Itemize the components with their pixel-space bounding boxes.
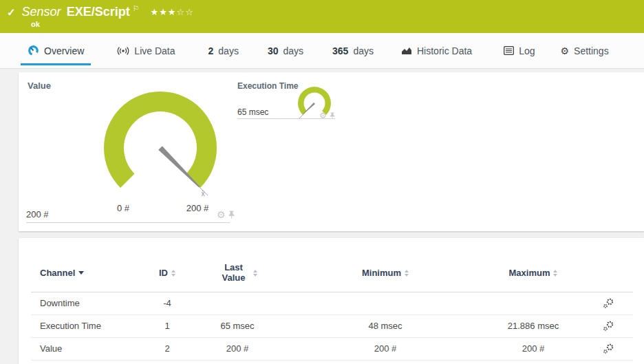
column-header-minimum[interactable]: Minimum	[279, 268, 492, 278]
value-widget-settings-icon[interactable]: ⚙	[217, 210, 226, 220]
id-header-label: ID	[159, 268, 168, 278]
channel-table-header: Channel ID Last Value Minimum Maximum	[31, 259, 633, 292]
tab-30-days[interactable]: 30 days	[261, 33, 310, 68]
tab-overview-label: Overview	[44, 45, 84, 56]
channel-id: 1	[138, 321, 196, 331]
tab-2-days-label: days	[218, 45, 239, 56]
sort-icon	[171, 270, 175, 277]
channel-name: Downtime	[31, 298, 138, 308]
tab-2-days-number: 2	[208, 45, 214, 56]
flag-icon: ⚐	[133, 4, 140, 13]
sensor-status-header: ✓ Sensor EXE/Script ⚐ ★★★☆☆ ok	[0, 0, 644, 33]
column-header-id[interactable]: ID	[138, 268, 196, 278]
channel-last-value: 200 #	[196, 343, 279, 354]
channel-settings-icon[interactable]	[603, 343, 614, 354]
sort-icon	[253, 270, 257, 277]
value-gauge	[95, 88, 226, 205]
channel-header-label: Channel	[40, 268, 75, 278]
sensor-type-label: Sensor	[22, 5, 61, 19]
column-header-maximum[interactable]: Maximum	[492, 268, 575, 278]
gear-icon: ⚙	[560, 46, 569, 56]
tab-live-data[interactable]: Live Data	[110, 33, 182, 68]
exec-time-gauge-title: Execution Time	[237, 81, 298, 91]
channel-minimum: 48 msec	[279, 321, 492, 331]
channel-maximum: 21.886 msec	[492, 321, 575, 331]
sort-icon	[553, 270, 557, 277]
overview-content: Value x̄ 0 # 200 # 200 # ⚙ Execution Tim…	[0, 69, 644, 364]
column-header-channel[interactable]: Channel	[31, 268, 138, 278]
tab-365-days-number: 365	[332, 45, 348, 56]
tab-30-days-label: days	[283, 45, 303, 56]
status-check-icon: ✓	[7, 6, 16, 19]
channel-maximum: 200 #	[492, 343, 575, 354]
sensor-name: EXE/Script	[67, 5, 130, 19]
maximum-header-label: Maximum	[509, 268, 550, 278]
tab-settings-label: Settings	[574, 45, 609, 56]
area-chart-icon	[401, 46, 412, 55]
channel-minimum: 200 #	[279, 343, 492, 354]
tab-log-label: Log	[519, 45, 535, 56]
exec-time-current-reading: 65 msec	[237, 107, 268, 117]
tab-live-data-label: Live Data	[134, 45, 175, 56]
channel-id: 2	[138, 343, 196, 354]
value-gauge-title: Value	[28, 81, 51, 91]
minimum-header-label: Minimum	[362, 268, 401, 278]
channel-settings-icon[interactable]	[603, 298, 614, 309]
tab-2-days[interactable]: 2 days	[202, 33, 246, 68]
tab-365-days-label: days	[353, 45, 374, 56]
value-widget-pin-icon[interactable]	[228, 211, 235, 219]
sort-desc-icon	[78, 271, 84, 275]
log-list-icon	[504, 46, 514, 55]
tab-historic-data[interactable]: Historic Data	[394, 33, 479, 68]
tab-30-days-number: 30	[268, 45, 279, 56]
channel-last-value: 65 msec	[196, 321, 279, 331]
channel-name: Execution Time	[31, 321, 138, 331]
last-value-header-label: Last Value	[218, 263, 250, 283]
stars-empty[interactable]: ☆☆	[177, 7, 194, 17]
value-current-reading: 200 #	[26, 209, 49, 220]
live-signal-icon	[117, 46, 129, 56]
priority-stars[interactable]: ★★★☆☆	[151, 7, 194, 17]
value-gauge-max-label: 200 #	[178, 203, 217, 213]
channel-name: Value	[31, 343, 138, 354]
table-row-downtime: Downtime -4	[31, 292, 633, 315]
gauges-panel: Value x̄ 0 # 200 # 200 # ⚙ Execution Tim…	[19, 72, 644, 231]
table-row-value: Value 2 200 # 200 # 200 #	[31, 338, 633, 361]
average-marker: x̄	[198, 190, 208, 197]
tab-overview[interactable]: Overview	[21, 33, 91, 68]
channels-panel: Channel ID Last Value Minimum Maximum	[19, 238, 644, 364]
gauge-icon	[28, 45, 39, 56]
tab-historic-data-label: Historic Data	[417, 45, 472, 56]
exec-widget-divider	[237, 118, 335, 119]
column-header-last-value[interactable]: Last Value	[196, 263, 279, 283]
sort-icon	[405, 270, 409, 277]
channel-table: Channel ID Last Value Minimum Maximum	[31, 259, 633, 361]
tab-settings[interactable]: ⚙ Settings	[553, 33, 615, 68]
table-row-execution-time: Execution Time 1 65 msec 48 msec 21.886 …	[31, 315, 633, 338]
tab-365-days[interactable]: 365 days	[325, 33, 380, 68]
tab-log[interactable]: Log	[497, 33, 541, 68]
stars-filled[interactable]: ★★★	[151, 7, 177, 17]
value-widget-divider	[26, 222, 230, 223]
status-badge: ok	[31, 20, 644, 28]
channel-id: -4	[138, 298, 196, 308]
channel-settings-icon[interactable]	[603, 321, 614, 332]
tab-bar: Overview Live Data 2 days 30 days 365 da…	[0, 33, 644, 69]
value-gauge-min-label: 0 #	[109, 203, 137, 213]
